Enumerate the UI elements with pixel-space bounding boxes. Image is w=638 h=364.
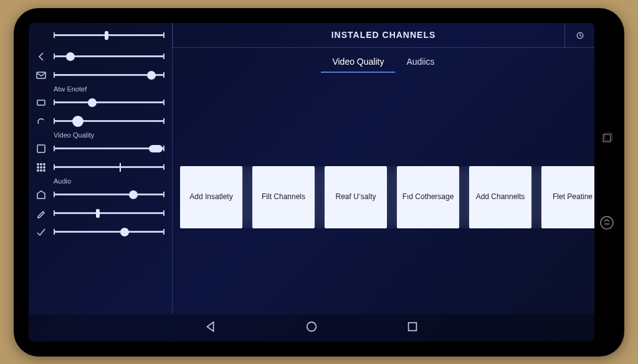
svg-point-9	[37, 169, 39, 170]
card-0[interactable]: Add Insatlety	[180, 166, 242, 228]
nav-back-button[interactable]	[204, 320, 217, 336]
hardware-side	[597, 8, 617, 357]
svg-point-3	[37, 163, 39, 164]
card-1[interactable]: Filt Channels	[252, 166, 315, 228]
svg-rect-15	[603, 134, 611, 142]
tabs: Video Quality Audiics	[173, 52, 594, 73]
page-title: INSTALED CHANNELS	[173, 30, 594, 40]
cards-row[interactable]: Add Insatlety Filt Channels Reaf Uˈsalty…	[180, 166, 594, 228]
slider-label-6: Audio	[35, 177, 164, 185]
svg-point-11	[44, 169, 45, 170]
nav-recent-button[interactable]	[406, 320, 419, 336]
svg-rect-14	[409, 322, 417, 330]
svg-point-10	[40, 169, 42, 170]
content-area: Atw Enotef Video Quality	[29, 23, 594, 314]
main-panel: INSTALED CHANNELS Video Quality Audiics …	[172, 23, 594, 314]
cards-container: Add Insatlety Filt Channels Reaf Uˈsalty…	[173, 73, 594, 314]
hw-power-icon	[599, 215, 614, 233]
slider-label-4: Video Quality	[35, 131, 164, 139]
slider-row-2[interactable]	[35, 95, 164, 110]
slider-row-4[interactable]	[35, 141, 164, 156]
slider-row-1[interactable]	[35, 68, 164, 83]
tablet-frame: Atw Enotef Video Quality	[14, 8, 624, 357]
sidebar: Atw Enotef Video Quality	[29, 23, 172, 314]
svg-point-13	[307, 322, 317, 331]
check-icon	[35, 226, 47, 238]
tab-audiics[interactable]: Audiics	[395, 52, 445, 73]
crop-icon	[35, 142, 47, 155]
svg-point-8	[44, 166, 45, 167]
nav-home-button[interactable]	[305, 320, 318, 336]
loop-icon	[35, 115, 47, 128]
grid-icon	[35, 161, 47, 174]
svg-point-4	[40, 163, 42, 164]
svg-rect-2	[37, 145, 45, 152]
svg-point-7	[40, 166, 42, 167]
svg-rect-1	[37, 100, 45, 105]
chevron-left-icon	[35, 50, 47, 63]
android-navbar	[29, 314, 594, 342]
slider-row-7[interactable]	[35, 206, 164, 221]
card-4[interactable]: Add Channelts	[469, 166, 531, 228]
screen: Atw Enotef Video Quality	[29, 23, 594, 342]
slider-row-8[interactable]	[35, 225, 164, 240]
slider-row-5[interactable]	[35, 160, 164, 175]
top-slider[interactable]	[35, 28, 164, 45]
card-5[interactable]: Flet Peatine	[541, 166, 594, 228]
slider-row-0[interactable]	[35, 49, 164, 64]
svg-rect-0	[37, 72, 45, 78]
rect-icon	[35, 96, 47, 109]
card-2[interactable]: Reaf Uˈsalty	[325, 166, 387, 228]
pen-icon	[35, 207, 47, 220]
tab-video-quality[interactable]: Video Quality	[321, 52, 395, 73]
slider-label-1: Atw Enotef	[35, 85, 164, 93]
slider-row-3[interactable]	[35, 114, 164, 129]
hw-recent-icon	[601, 132, 613, 147]
refresh-button[interactable]	[564, 23, 594, 48]
header: INSTALED CHANNELS	[173, 23, 594, 48]
slider-row-6[interactable]	[35, 187, 164, 202]
tag-icon	[35, 189, 47, 201]
svg-point-6	[37, 166, 39, 167]
svg-rect-16	[605, 133, 612, 140]
mail-icon	[35, 69, 47, 82]
svg-point-5	[44, 163, 45, 164]
card-3[interactable]: Fıd Cothersage	[397, 166, 459, 228]
svg-point-17	[601, 217, 613, 229]
